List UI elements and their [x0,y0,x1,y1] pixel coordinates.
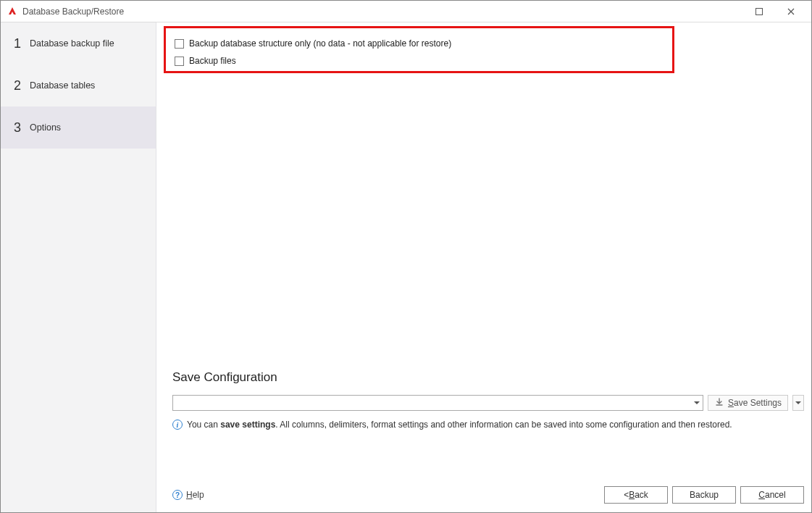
close-button[interactable] [775,1,807,22]
sidebar-step-options[interactable]: 3 Options [1,107,156,149]
checkbox-row-backup-files[interactable]: Backup files [175,53,664,69]
help-label: Help [186,490,204,500]
chevron-down-icon [795,401,801,404]
svg-rect-0 [756,8,763,14]
step-number: 2 [14,78,30,93]
help-link[interactable]: ? Help [172,490,204,500]
save-settings-button[interactable]: Save Settings [708,395,788,411]
checkbox-label: Backup files [189,56,236,66]
info-text: You can save settings. All columns, deli… [187,420,732,430]
step-number: 1 [14,36,30,51]
body-layout: 1 Database backup file 2 Database tables… [1,22,811,512]
sidebar-step-tables[interactable]: 2 Database tables [1,64,156,107]
wizard-sidebar: 1 Database backup file 2 Database tables… [1,22,156,512]
save-settings-label: Save Settings [728,398,782,408]
checkbox-label: Backup database structure only (no data … [189,38,451,49]
help-icon: ? [172,490,183,500]
download-icon [714,397,724,409]
step-number: 3 [14,120,30,135]
checkbox-structure-only[interactable] [175,39,184,49]
save-settings-split-button[interactable] [792,395,804,411]
info-icon: i [172,420,183,430]
window-title: Database Backup/Restore [22,7,124,17]
save-configuration-row: Save Settings [172,395,804,411]
backup-button[interactable]: Backup [672,486,736,504]
step-label: Database tables [30,80,95,91]
app-icon [7,6,18,17]
save-configuration-title: Save Configuration [172,370,804,385]
save-configuration-section: Save Configuration Save Settings i [172,370,804,430]
checkbox-backup-files[interactable] [175,57,184,66]
step-label: Options [30,122,61,133]
configuration-dropdown[interactable] [172,395,703,411]
sidebar-step-backup-file[interactable]: 1 Database backup file [1,22,156,64]
main-panel: Backup database structure only (no data … [156,22,811,512]
back-button[interactable]: < Back [604,486,668,504]
titlebar: Database Backup/Restore [1,1,811,22]
footer-bar: ? Help < Back Backup Cancel [156,477,811,512]
checkbox-row-structure-only[interactable]: Backup database structure only (no data … [175,36,664,51]
cancel-button[interactable]: Cancel [740,486,804,504]
step-label: Database backup file [30,38,114,49]
maximize-button[interactable] [743,1,775,22]
footer-buttons: < Back Backup Cancel [604,486,804,504]
options-highlight-box: Backup database structure only (no data … [164,26,674,73]
chevron-down-icon [694,401,700,404]
window-controls [743,1,807,22]
info-row: i You can save settings. All columns, de… [172,420,804,430]
